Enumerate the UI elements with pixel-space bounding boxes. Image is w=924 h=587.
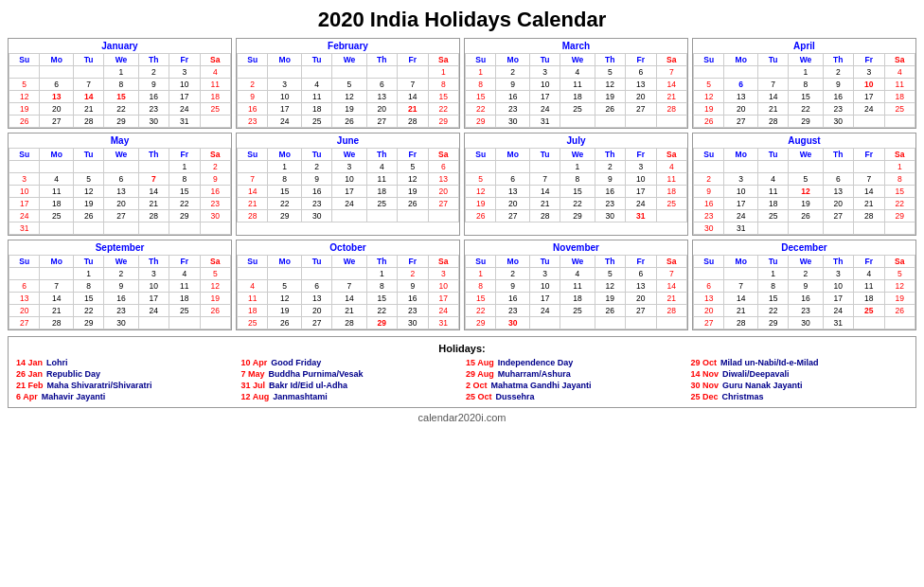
june-title: June — [237, 133, 459, 148]
footer-text: calendar2020i.com — [418, 412, 506, 423]
month-june: June SuMoTuWeThFrSa 123456 78910111213 1… — [236, 133, 460, 236]
holiday-name: Milad un-Nabi/Id-e-Milad — [720, 358, 819, 367]
july-title: July — [465, 133, 687, 148]
holiday-date: 7 May — [241, 369, 265, 379]
month-december: December SuMoTuWeThFrSa 12345 6789101112… — [692, 240, 916, 330]
holiday-name: Mahatma Gandhi Jayanti — [491, 381, 592, 390]
holiday-name: Muharram/Ashura — [498, 369, 571, 379]
holidays-section: Holidays: 14 Jan Lohri 10 Apr Good Frida… — [8, 336, 916, 408]
holiday-name: Bakr Id/Eid ul-Adha — [269, 381, 347, 390]
holiday-item: 6 Apr Mahavir Jayanti — [16, 392, 234, 401]
holiday-item: 31 Jul Bakr Id/Eid ul-Adha — [241, 381, 459, 390]
holiday-item: 26 Jan Republic Day — [16, 369, 234, 379]
holiday-date: 2 Oct — [466, 381, 488, 390]
month-november: November SuMoTuWeThFrSa 1234567 89101112… — [464, 240, 688, 330]
holiday-date: 30 Nov — [691, 381, 720, 390]
holiday-item: 29 Aug Muharram/Ashura — [466, 369, 684, 379]
february-title: February — [237, 39, 459, 53]
holiday-name: Independence Day — [498, 358, 574, 367]
holiday-date: 26 Jan — [16, 369, 43, 379]
month-july: July SuMoTuWeThFrSa 1234 567891011 12131… — [464, 133, 688, 236]
holiday-name: Mahavir Jayanti — [42, 392, 106, 401]
month-march: March SuMoTuWeThFrSa 1234567 89101112131… — [464, 38, 688, 129]
holiday-date: 14 Nov — [691, 369, 720, 379]
holiday-date: 6 Apr — [16, 392, 38, 401]
holiday-item: 29 Oct Milad un-Nabi/Id-e-Milad — [691, 358, 909, 367]
december-title: December — [693, 240, 915, 255]
holiday-name: Christmas — [722, 392, 764, 401]
holiday-item: 14 Jan Lohri — [16, 358, 234, 367]
holiday-name: Maha Shivaratri/Shivaratri — [47, 381, 152, 390]
march-title: March — [465, 39, 687, 53]
holiday-date: 31 Jul — [241, 381, 266, 390]
month-april: April SuMoTuWeThFrSa 1234 567891011 1213… — [692, 38, 916, 129]
holiday-date: 21 Feb — [16, 381, 44, 390]
holiday-date: 14 Jan — [16, 358, 43, 367]
month-january: January SuMoTuWeThFrSa 1234 567891011 12… — [8, 38, 232, 129]
holiday-item: 25 Dec Christmas — [691, 392, 909, 401]
holiday-date: 25 Dec — [691, 392, 719, 401]
holiday-date: 25 Oct — [466, 392, 492, 401]
holiday-date: 15 Aug — [466, 358, 494, 367]
holiday-name: Dussehra — [496, 392, 535, 401]
month-september: September SuMoTuWeThFrSa 12345 678910111… — [8, 240, 232, 330]
holiday-item: 10 Apr Good Friday — [241, 358, 459, 367]
holiday-name: Republic Day — [46, 369, 100, 379]
holidays-grid: 14 Jan Lohri 10 Apr Good Friday 15 Aug I… — [16, 358, 908, 401]
october-title: October — [237, 240, 459, 255]
holiday-item: 21 Feb Maha Shivaratri/Shivaratri — [16, 381, 234, 390]
calendars-grid: January SuMoTuWeThFrSa 1234 567891011 12… — [8, 38, 916, 330]
holiday-name: Guru Nanak Jayanti — [722, 381, 803, 390]
page-title: 2020 India Holidays Calendar — [318, 8, 606, 32]
holiday-item: 12 Aug Janmashtami — [241, 392, 459, 401]
holiday-name: Buddha Purnima/Vesak — [269, 369, 364, 379]
month-october: October SuMoTuWeThFrSa 123 45678910 1112… — [236, 240, 460, 330]
holiday-date: 12 Aug — [241, 392, 270, 401]
month-may: May SuMoTuWeThFrSa 12 3456789 1011121314… — [8, 133, 232, 236]
holiday-date: 29 Oct — [691, 358, 718, 367]
holiday-item: 30 Nov Guru Nanak Jayanti — [691, 381, 909, 390]
may-title: May — [9, 133, 231, 148]
holiday-item: 14 Nov Diwali/Deepavali — [691, 369, 909, 379]
august-title: August — [693, 133, 915, 148]
holiday-name: Lohri — [46, 358, 68, 367]
holidays-title: Holidays: — [16, 343, 908, 354]
holiday-name: Diwali/Deepavali — [722, 369, 790, 379]
november-title: November — [465, 240, 687, 255]
holiday-item: 15 Aug Independence Day — [466, 358, 684, 367]
september-title: September — [9, 240, 231, 255]
january-title: January — [9, 39, 231, 53]
month-february: February SuMoTuWeThFrSa 1 2345678 910111… — [236, 38, 460, 129]
holiday-name: Janmashtami — [273, 392, 328, 401]
holiday-item: 7 May Buddha Purnima/Vesak — [241, 369, 459, 379]
holiday-item: 25 Oct Dussehra — [466, 392, 684, 401]
holiday-date: 29 Aug — [466, 369, 494, 379]
april-title: April — [693, 39, 915, 53]
month-august: August SuMoTuWeThFrSa 1 2345678 91011121… — [692, 133, 916, 236]
holiday-date: 10 Apr — [241, 358, 268, 367]
holiday-item: 2 Oct Mahatma Gandhi Jayanti — [466, 381, 684, 390]
holiday-name: Good Friday — [271, 358, 321, 367]
